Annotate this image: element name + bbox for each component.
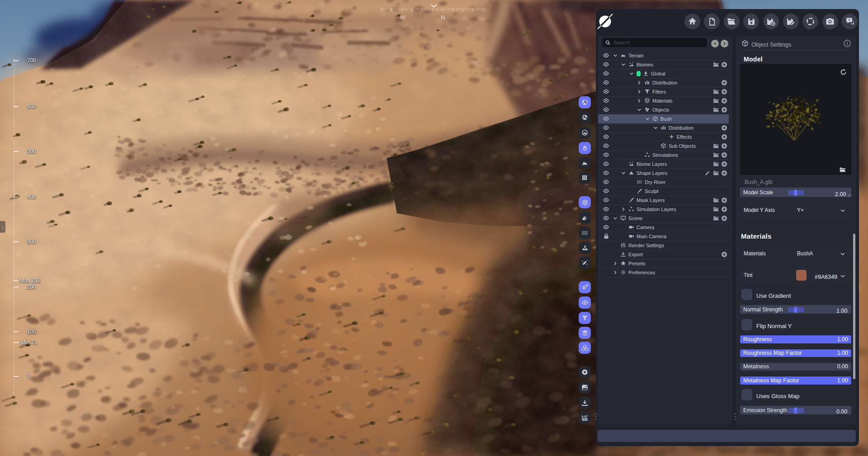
svg-text:?: ?	[848, 18, 850, 22]
svg-text:W: W	[400, 14, 406, 21]
svg-text:N: N	[441, 14, 445, 21]
